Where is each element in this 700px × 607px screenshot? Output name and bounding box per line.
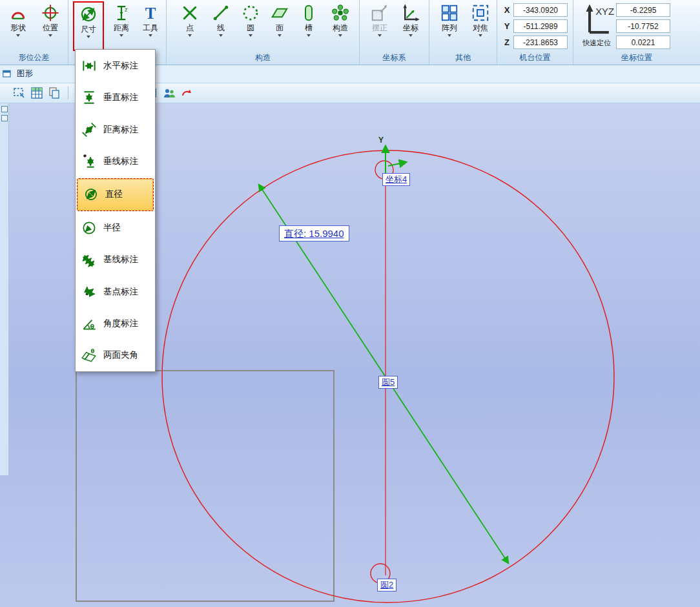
menu-item-diameter[interactable]: 直径 [77,178,154,211]
grid-view-icon[interactable] [30,87,43,99]
line-segment-icon [211,3,231,23]
svg-text:T: T [145,5,156,22]
dropdown-caret-icon [16,34,20,37]
dropdown-caret-icon [378,34,382,37]
menu-item-horizontal-dim[interactable]: 水平标注 [76,50,155,81]
dropdown-caret-icon [188,34,192,37]
focus-button[interactable]: 对焦 [466,1,495,51]
menu-item-basepoint-dim[interactable]: 基点标注 [76,276,155,307]
focus-label: 对焦 [473,23,488,32]
plane-label: 面 [276,23,283,32]
point-button[interactable]: 点 [176,1,204,51]
dropdown-caret-icon [448,34,451,37]
menu-item-baseline-dim[interactable]: 基线标注 [76,243,155,275]
plane-button[interactable]: 面 [265,1,294,51]
dropdown-caret-icon [307,34,311,37]
dimension-button[interactable]: 尺寸 [73,1,104,51]
machine-z-row: Z -231.8653 [502,36,568,49]
axis-x-label: X [502,5,511,15]
menu-item-label: 角度标注 [103,318,138,329]
group-other: 阵列 对焦 其他 [429,0,497,65]
dropdown-caret-icon [409,34,413,37]
circle-button[interactable]: 圆 [236,1,265,51]
distance-ibeam-icon: z [112,3,131,23]
dropdown-caret-icon [149,34,152,37]
basepoint-dim-icon [81,283,98,300]
position-tolerance-button[interactable]: 位置 [36,1,65,51]
position-crosshair-icon [41,3,60,23]
array-label: 阵列 [442,23,457,32]
shape-arc-icon [8,3,28,23]
machine-y-value: -511.2989 [513,19,568,33]
menu-item-label: 基点标注 [103,286,138,298]
menu-item-distance-dim[interactable]: 距离标注 [76,114,155,145]
array-button[interactable]: 阵列 [435,1,464,51]
redo-arrow-icon[interactable] [180,87,193,99]
baseline-dim-icon [81,251,98,268]
align-button[interactable]: 摆正 [365,1,395,51]
dropdown-caret-icon [48,34,52,37]
group-coordsys: 摆正 坐标 坐标系 [360,0,429,65]
group-machine-position: X -343.0920 Y -511.2989 Z -231.8653 机台位置 [497,0,573,65]
dropdown-caret-icon [249,34,252,37]
quick-locate-axes-icon: XYZ [579,1,615,37]
coordpos-value-2: -10.7752 [616,19,670,33]
axis-z-label: Z [502,37,511,47]
menu-item-radius[interactable]: 半径 [76,212,155,243]
coordpos-value-3: 0.0221 [616,36,670,49]
vertical-dim-icon [81,89,98,106]
diameter-icon [83,186,99,203]
machine-y-row: Y -511.2989 [502,19,568,33]
quick-locate-button[interactable]: XYZ 快速定位 [577,1,616,48]
group-label: 机台位置 [497,52,573,63]
feature-label-circle2[interactable]: 圆2 [377,579,396,592]
shape-label: 形状 [10,23,26,32]
tab-graphics[interactable]: 图形 [17,68,33,79]
plane-parallelogram-icon [270,3,289,23]
tool-letter-t-icon: T [141,3,160,23]
group-label: 其他 [429,52,497,63]
slot-button[interactable]: 槽 [294,1,323,51]
menu-item-perpendicular-dim[interactable]: 垂线标注 [76,145,155,177]
machine-z-value: -231.8653 [513,36,568,49]
select-region-icon[interactable] [13,87,26,99]
menu-item-two-plane-angle[interactable]: 两面夹角 [76,340,155,371]
two-plane-angle-icon [81,347,98,364]
feature-label-diameter[interactable]: 直径: 15.9940 [279,225,349,242]
radius-icon [81,220,98,236]
quick-locate-label: 快速定位 [582,38,611,48]
menu-item-label: 垂线标注 [103,156,138,167]
feature-label-coord4[interactable]: 坐标4 [382,173,410,186]
align-label: 摆正 [372,23,387,32]
horizontal-dim-icon [81,57,98,74]
svg-text:XYZ: XYZ [595,6,614,17]
array-grid-icon [440,3,459,23]
coordinate-label: 坐标 [403,23,418,32]
copy-view-icon[interactable] [48,87,61,99]
construction-rectangle[interactable] [76,371,334,601]
axes-icon [401,3,420,23]
distance-button[interactable]: z 距离 [107,1,136,51]
graphics-window-icon [3,69,13,79]
users-icon[interactable] [163,87,176,99]
coordinate-button[interactable]: 坐标 [396,1,426,51]
menu-item-angle-dim[interactable]: 角度标注 [76,307,155,339]
feature-label-circle5[interactable]: 圆5 [378,376,398,389]
line-button[interactable]: 线 [207,1,235,51]
slot-label: 槽 [305,23,313,32]
construct-button[interactable]: 构造 [325,1,355,51]
y-axis-label: Y [378,136,384,145]
machine-x-row: X -343.0920 [502,3,568,17]
menu-item-label: 基线标注 [103,254,138,265]
dotted-circle-icon [241,3,260,23]
angle-dim-icon [81,315,98,332]
group-form-tolerance: 形状 位置 形位公差 [0,0,68,65]
svg-text:z: z [125,6,127,13]
dropdown-caret-icon [119,34,123,37]
tool-button[interactable]: T 工具 [136,1,165,51]
shape-tolerance-button[interactable]: 形状 [3,1,33,51]
menu-item-label: 直径 [105,189,123,200]
diameter-dimension-icon [79,5,98,24]
dimension-dropdown-menu: 水平标注 垂直标注 距离标注 垂线 [75,49,156,372]
menu-item-vertical-dim[interactable]: 垂直标注 [76,81,155,113]
